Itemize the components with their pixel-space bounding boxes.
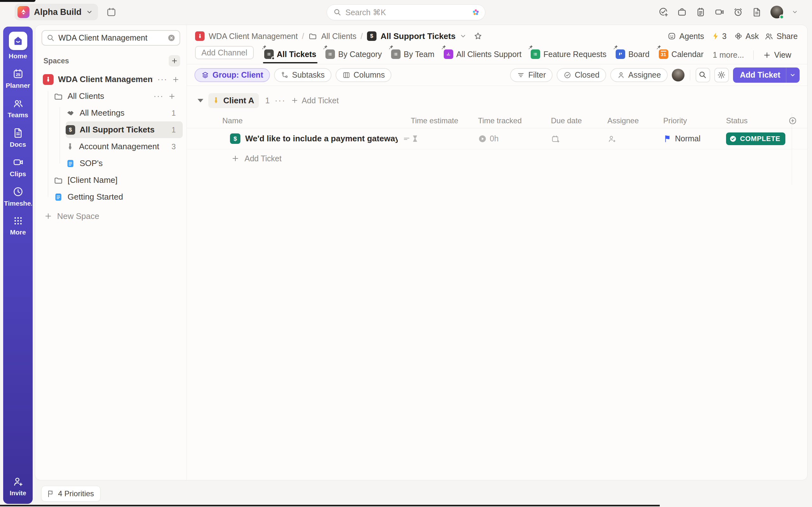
add-channel-button[interactable]: Add Channel [195, 46, 254, 59]
workspace-switcher[interactable]: Alpha Build [14, 4, 98, 20]
notepad-icon[interactable] [696, 7, 706, 17]
sidebar-item-all-support-tickets[interactable]: All Support Tickets 1 [66, 121, 183, 138]
tab-board[interactable]: Board [616, 46, 650, 62]
nav-home[interactable]: Home [4, 32, 32, 60]
ai-sparkle-icon[interactable] [472, 8, 480, 16]
tab-feature-requests[interactable]: Feature Requests [531, 46, 606, 62]
column-header-time-tracked[interactable]: Time tracked [478, 116, 551, 125]
group-options-icon[interactable]: ··· [275, 96, 286, 106]
global-search[interactable] [327, 4, 485, 20]
spaces-heading: Spaces [44, 57, 69, 65]
space-add-icon[interactable] [172, 76, 180, 83]
sidebar-item-getting-started[interactable]: Getting Started [54, 188, 183, 205]
reminders-alarm-icon[interactable] [733, 7, 743, 17]
tab-calendar[interactable]: Calendar [659, 46, 704, 62]
assignee-cell[interactable] [607, 134, 663, 143]
folder-add-icon[interactable] [168, 93, 176, 100]
nav-teams[interactable]: Teams [4, 98, 32, 119]
app-window: Alpha Build [0, 0, 812, 507]
quick-create-task-icon[interactable] [658, 7, 668, 17]
sidebar-item-all-meetings[interactable]: All Meetings 1 [66, 105, 183, 121]
favorite-star-icon[interactable] [473, 32, 483, 41]
add-ticket-row[interactable]: Add Ticket [187, 149, 807, 168]
sidebar-item-space-wda[interactable]: WDA Client Management ··· [43, 71, 187, 88]
ask-ai-button[interactable]: Ask [734, 32, 759, 41]
nav-clips[interactable]: Clips [4, 157, 32, 178]
lightning-icon [711, 32, 720, 40]
status-badge[interactable]: COMPLETE [726, 132, 785, 145]
group-count: 1 [265, 96, 270, 105]
tab-by-category[interactable]: By Category [325, 46, 382, 62]
sidebar-item-client-name[interactable]: [Client Name] [54, 172, 183, 188]
assignee-filter-button[interactable]: Assignee [610, 68, 668, 82]
column-header-name[interactable]: Name [187, 116, 411, 125]
breadcrumb-current[interactable]: All Support Tickets [380, 32, 455, 41]
column-header-status[interactable]: Status [726, 116, 788, 125]
group-by-button[interactable]: Group: Client [194, 68, 270, 82]
chevron-down-icon[interactable] [786, 67, 800, 83]
doc-page-icon[interactable] [752, 7, 762, 17]
chevron-down-icon[interactable] [460, 33, 467, 40]
new-space-button[interactable]: New Space [44, 208, 187, 224]
sidebar-item-all-clients[interactable]: All Clients ··· [54, 88, 183, 105]
due-date-cell[interactable] [551, 134, 607, 143]
tab-all-clients-support[interactable]: All Clients Support [444, 46, 522, 62]
time-estimate-cell[interactable] [411, 134, 478, 143]
tab-by-team[interactable]: By Team [391, 46, 435, 62]
sidebar-search-input[interactable] [58, 33, 164, 43]
folder-options-icon[interactable]: ··· [154, 91, 164, 101]
group-add-ticket-button[interactable]: Add Ticket [291, 96, 339, 105]
ticket-name[interactable]: We'd like to include a payment gateway [245, 134, 398, 144]
inbox-tray-icon[interactable] [677, 7, 687, 17]
time-tracked-cell[interactable]: 0h [478, 134, 551, 143]
clip-record-icon[interactable] [714, 7, 724, 17]
sidebar-search[interactable] [42, 30, 180, 46]
user-avatar[interactable] [770, 6, 783, 18]
space-options-icon[interactable]: ··· [157, 74, 167, 84]
nav-planner[interactable]: 25 Planner [4, 68, 32, 89]
subtasks-button[interactable]: Subtasks [274, 68, 332, 82]
share-button[interactable]: Share [764, 32, 798, 41]
closed-button[interactable]: Closed [557, 68, 606, 82]
column-header-assignee[interactable]: Assignee [607, 116, 663, 125]
chevron-down-icon[interactable] [792, 9, 798, 15]
priorities-pill[interactable]: 4 Priorities [41, 486, 101, 502]
breadcrumb-space[interactable]: WDA Client Management [209, 32, 298, 41]
tab-all-tickets[interactable]: All Tickets [264, 46, 316, 62]
group-name-pill[interactable]: Client A [208, 93, 259, 108]
filter-button[interactable]: Filter [510, 68, 553, 82]
nav-rail: Home 25 Planner Teams Docs Clips Timeshe… [3, 26, 33, 504]
collapse-group-icon[interactable] [198, 99, 203, 102]
nav-more[interactable]: More [4, 216, 32, 236]
status-cell[interactable]: COMPLETE [726, 132, 788, 145]
column-header-time-estimate[interactable]: Time estimate [411, 116, 478, 125]
priority-cell[interactable]: Normal [663, 134, 726, 143]
add-space-button[interactable] [169, 55, 180, 66]
add-view-button[interactable]: View [763, 50, 792, 60]
column-header-priority[interactable]: Priority [663, 116, 726, 125]
search-in-view-button[interactable] [696, 68, 710, 82]
sidebar-item-account-management[interactable]: Account Management 3 [66, 138, 183, 155]
view-settings-button[interactable] [714, 68, 729, 82]
sidebar-item-sops[interactable]: SOP's [66, 155, 183, 172]
nav-invite[interactable]: Invite [4, 476, 32, 497]
column-header-due-date[interactable]: Due date [551, 116, 607, 125]
search-icon [699, 71, 707, 79]
me-filter-avatar[interactable] [672, 69, 684, 81]
add-column-button[interactable] [788, 116, 807, 125]
columns-button[interactable]: Columns [336, 68, 392, 82]
clear-search-icon[interactable] [167, 34, 176, 42]
agents-button[interactable]: Agents [667, 32, 704, 41]
more-views-button[interactable]: 1 more... [713, 50, 744, 60]
calendar-icon[interactable] [106, 7, 116, 17]
nav-timesheets[interactable]: Timeshe.. [4, 186, 32, 207]
list-view-icon [264, 49, 274, 59]
breadcrumb-folder[interactable]: All Clients [321, 32, 357, 41]
share-people-icon [764, 32, 774, 41]
boosts-button[interactable]: 3 [711, 32, 727, 41]
agents-label: Agents [679, 32, 704, 41]
nav-docs[interactable]: Docs [4, 127, 32, 148]
add-ticket-button[interactable]: Add Ticket [733, 67, 800, 83]
global-search-input[interactable] [345, 8, 468, 17]
ticket-row[interactable]: We'd like to include a payment gateway 0… [187, 128, 807, 149]
